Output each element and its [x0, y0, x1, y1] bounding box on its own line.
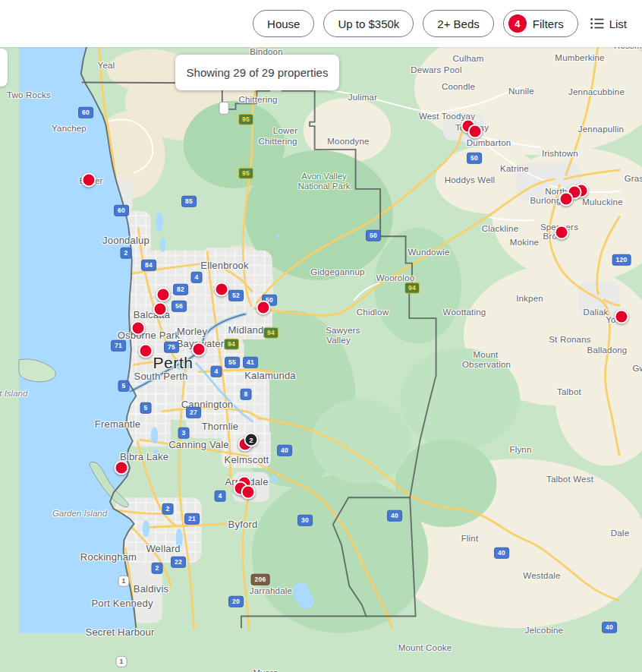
map-canvas[interactable]: BindoonYealTwo RocksYanchepButlerChitter…	[0, 47, 642, 672]
route-shield-95: 95	[238, 168, 253, 179]
route-shield-4: 4	[211, 366, 222, 377]
map-label-muluckine: Muluckine	[582, 197, 623, 207]
map-label-perth: Perth	[153, 354, 193, 372]
map-label-bibra-lake: Bibra Lake	[120, 451, 168, 462]
route-shield-50: 50	[467, 153, 482, 164]
clipped-card-sliver	[0, 49, 8, 87]
route-shield-40: 40	[387, 510, 402, 522]
property-marker[interactable]	[615, 310, 629, 324]
route-shield-41: 41	[243, 357, 258, 368]
map-label-talbot-west: Talbot West	[546, 475, 593, 484]
results-count-text: Showing 29 of 29 properties	[187, 66, 329, 79]
map-label-jennapullin: Jennapullin	[578, 125, 624, 134]
filter-pill-house[interactable]: House	[253, 10, 314, 37]
property-marker[interactable]	[215, 282, 229, 297]
map-label-chidlow: Chidlow	[357, 308, 389, 317]
property-cluster-marker[interactable]: 2	[244, 433, 259, 447]
route-shield-95: 95	[238, 114, 253, 125]
route-shield-56: 56	[172, 301, 187, 312]
route-shield-2: 2	[162, 503, 174, 515]
map-label-observation: Observation	[462, 360, 511, 369]
map-label-wooroloo: Wooroloo	[376, 273, 415, 282]
list-icon	[590, 17, 604, 30]
map-label-moondyne: Moondyne	[327, 137, 369, 146]
route-shield-94: 94	[263, 327, 279, 339]
property-marker[interactable]	[192, 342, 206, 357]
route-shield-84: 84	[141, 260, 156, 271]
property-marker[interactable]	[115, 461, 129, 475]
map-items-layer: BindoonYealTwo RocksYanchepButlerChitter…	[0, 47, 642, 672]
route-shield-8: 8	[241, 389, 252, 400]
map-label-dewars-pool: Dewars Pool	[411, 65, 461, 74]
map-label-grass-valley: Grass Valley	[625, 174, 642, 183]
map-label-myara: Myara	[253, 668, 279, 672]
map-label-yeal: Yeal	[98, 61, 115, 70]
map-label-balladong: Balladong	[587, 345, 628, 355]
map-label-national-park: National Park	[297, 181, 350, 191]
route-shield-40: 40	[277, 445, 292, 456]
property-marker[interactable]	[256, 301, 271, 315]
map-label-flint: Flint	[461, 534, 479, 543]
map-label-two-rocks: Two Rocks	[7, 90, 51, 99]
filter-pill-price-label: Up to $350k	[338, 17, 399, 30]
route-shield-206: 206	[251, 574, 270, 585]
route-shield-21: 21	[184, 513, 200, 525]
map-label-fremantle: Fremantle	[95, 418, 140, 430]
route-shield-55: 55	[225, 357, 240, 368]
property-marker[interactable]	[156, 288, 171, 302]
map-label-mount-cooke: Mount Cooke	[398, 643, 452, 652]
map-label-nunile: Nunile	[508, 87, 534, 96]
route-shield-94: 94	[404, 282, 420, 294]
route-shield-40: 40	[494, 547, 509, 559]
route-shield-5: 5	[140, 402, 152, 414]
list-view-toggle[interactable]: List	[587, 13, 630, 35]
results-count-card: Showing 29 of 29 properties	[175, 55, 339, 90]
map-label-julimar: Julimar	[348, 93, 377, 102]
property-marker[interactable]	[555, 226, 569, 240]
route-shield-4: 4	[191, 272, 203, 283]
route-shield-1: 1	[116, 656, 127, 667]
map-label-baldivis: Baldivis	[134, 583, 168, 595]
route-shield-60: 60	[78, 107, 93, 118]
filters-button[interactable]: 4 Filters	[503, 10, 578, 37]
filter-pill-beds[interactable]: 2+ Beds	[423, 10, 493, 37]
map-label-rottnest-island: Rottnest Island	[0, 389, 27, 398]
map-label-chittering: Chittering	[238, 95, 277, 104]
route-shield-22: 22	[171, 557, 186, 568]
property-marker[interactable]	[82, 173, 96, 188]
map-label-jarrahdale: Jarrahdale	[250, 586, 292, 595]
route-shield-50: 50	[366, 230, 381, 241]
map-label-coondle: Coondle	[442, 82, 475, 91]
map-label-dale: Dale	[611, 528, 629, 538]
map-label-valley: Valley	[326, 336, 351, 345]
map-label-st-ronans: St Ronans	[549, 335, 591, 344]
map-label-byford: Byford	[228, 519, 258, 530]
map-label-chittering: Chittering	[258, 137, 297, 146]
map-label-hoddys-well: Hoddys Well	[445, 175, 496, 185]
map-label-rockingham: Rockingham	[80, 551, 137, 563]
property-marker[interactable]	[559, 192, 574, 207]
map-label-gidgegannup: Gidgegannup	[310, 267, 364, 276]
property-marker[interactable]	[139, 344, 153, 358]
property-marker[interactable]	[241, 485, 256, 500]
map-label-south-perth: South Perth	[134, 371, 188, 382]
property-marker[interactable]	[153, 302, 168, 317]
map-label-ellenbrook: Ellenbrook	[200, 260, 248, 271]
map-label-westdale: Westdale	[523, 571, 560, 580]
route-shield-82: 82	[173, 284, 188, 295]
map-label-sawyers: Sawyers	[326, 326, 360, 335]
map-label-midland: Midland	[228, 324, 264, 336]
route-shield-94: 94	[224, 339, 239, 350]
map-label-flynn: Flynn	[509, 445, 531, 454]
map-label-jennacubbine: Jennacubbine	[568, 87, 625, 96]
property-marker[interactable]	[131, 321, 146, 336]
map-label-clackline: Clackline	[482, 224, 518, 233]
filters-button-label: Filters	[533, 17, 564, 30]
route-shield-60: 60	[114, 205, 129, 216]
map-label-katrine: Katrine	[500, 164, 529, 173]
map-label-kelmscott: Kelmscott	[225, 454, 269, 465]
map-label-gwambygine: Gwambygine	[632, 364, 642, 373]
property-marker[interactable]	[468, 125, 483, 139]
filter-pill-price[interactable]: Up to $350k	[323, 10, 414, 37]
map-label-port-kennedy: Port Kennedy	[91, 598, 153, 609]
